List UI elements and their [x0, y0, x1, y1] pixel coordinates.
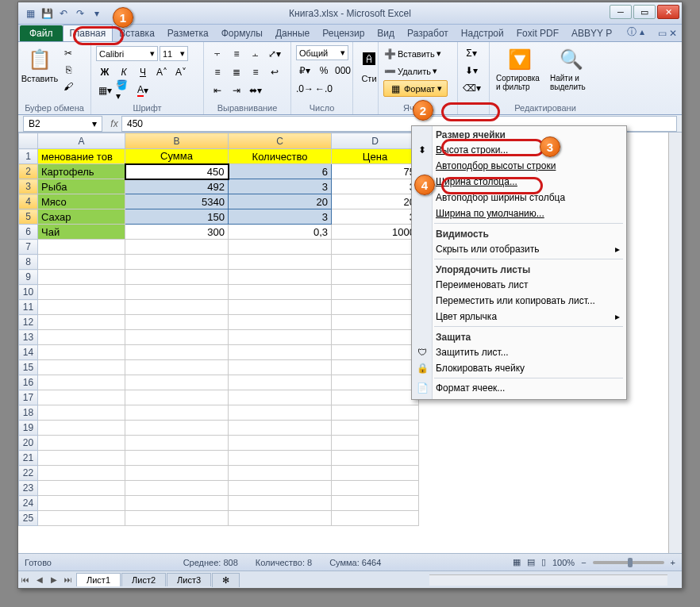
cell[interactable] [125, 330, 229, 345]
col-header-d[interactable]: D [332, 133, 419, 149]
cell[interactable] [229, 496, 332, 511]
cell[interactable] [125, 496, 229, 511]
cell[interactable]: 0,3 [229, 225, 332, 240]
autosum-icon[interactable]: Σ▾ [463, 45, 480, 61]
col-header-a[interactable]: A [38, 133, 125, 149]
font-size-combo[interactable]: 11▾ [160, 46, 188, 61]
cell[interactable]: Сумма [125, 149, 229, 164]
cell[interactable] [38, 285, 125, 300]
cell[interactable] [332, 300, 419, 315]
cell[interactable] [125, 421, 229, 436]
tab-developer[interactable]: Разработ [401, 25, 455, 41]
cell[interactable] [38, 360, 125, 375]
cell[interactable] [229, 255, 332, 270]
row-header[interactable]: 21 [19, 451, 38, 466]
cell[interactable]: Картофель [38, 164, 125, 179]
horizontal-scrollbar[interactable] [429, 574, 667, 586]
orientation-icon[interactable]: ⤢▾ [266, 46, 283, 62]
cell[interactable] [38, 315, 125, 330]
tab-file[interactable]: Файл [20, 25, 63, 41]
currency-icon[interactable]: ₽▾ [296, 63, 313, 79]
font-name-combo[interactable]: Calibri▾ [96, 46, 158, 61]
cell[interactable] [229, 270, 332, 285]
cell[interactable] [332, 451, 419, 466]
cell[interactable] [38, 421, 125, 436]
clear-icon[interactable]: ⌫▾ [463, 80, 480, 96]
cell[interactable] [229, 481, 332, 496]
cell[interactable] [229, 240, 332, 255]
sheet-tab[interactable]: Лист2 [121, 573, 166, 586]
cell[interactable] [229, 330, 332, 345]
cell[interactable] [229, 451, 332, 466]
menu-autofit-row[interactable]: Автоподбор высоты строки [412, 158, 626, 174]
cell[interactable] [229, 466, 332, 481]
col-header-b[interactable]: B [125, 133, 229, 149]
paste-button[interactable]: 📋 Вставить [23, 45, 56, 85]
cell[interactable] [229, 511, 332, 526]
sheet-nav[interactable]: ⏮◀▶⏭ [18, 575, 75, 584]
row-header[interactable]: 19 [19, 421, 38, 436]
indent-dec-icon[interactable]: ⇤ [209, 83, 226, 98]
cell[interactable] [125, 436, 229, 451]
zoom-in-button[interactable]: + [671, 558, 675, 567]
row-header[interactable]: 6 [19, 225, 38, 240]
cell[interactable] [332, 421, 419, 436]
cell[interactable]: 20 [229, 194, 332, 209]
cell[interactable] [229, 436, 332, 451]
row-header[interactable]: 24 [19, 496, 38, 511]
grow-font-icon[interactable]: A˄ [153, 64, 171, 80]
cell[interactable] [38, 330, 125, 345]
styles-button[interactable]: 🅰 Сти [358, 45, 380, 85]
select-all-corner[interactable] [19, 133, 38, 149]
cell[interactable] [229, 421, 332, 436]
cell[interactable] [125, 511, 229, 526]
cell[interactable]: Чай [38, 225, 125, 240]
sheet-tab[interactable]: Лист1 [76, 573, 121, 586]
ribbon-min-icon[interactable]: ▭ ✕ [653, 25, 682, 41]
row-header[interactable]: 25 [19, 511, 38, 526]
view-normal-icon[interactable]: ▦ [513, 557, 521, 567]
tab-abbyy[interactable]: ABBYY P [565, 25, 618, 41]
menu-hide-unhide[interactable]: Скрыть или отобразить▸ [412, 241, 626, 257]
cell[interactable] [332, 330, 419, 345]
cell[interactable] [332, 375, 419, 390]
row-header[interactable]: 7 [19, 240, 38, 255]
tab-layout[interactable]: Разметка [161, 25, 215, 41]
cell[interactable]: 20 [332, 194, 419, 209]
format-button[interactable]: ▦Формат ▾ [383, 80, 448, 97]
indent-inc-icon[interactable]: ⇥ [228, 83, 245, 98]
row-header[interactable]: 5 [19, 209, 38, 225]
cell[interactable] [332, 255, 419, 270]
cell[interactable] [38, 436, 125, 451]
cell[interactable]: Количество [229, 149, 332, 164]
align-left-icon[interactable]: ≡ [209, 64, 226, 80]
menu-move-copy-sheet[interactable]: Переместить или копировать лист... [412, 293, 626, 309]
cell[interactable] [125, 255, 229, 270]
cell[interactable] [332, 240, 419, 255]
redo-icon[interactable]: ↷ [73, 6, 87, 21]
cell[interactable] [229, 345, 332, 360]
cell[interactable] [229, 315, 332, 330]
cell[interactable]: 6 [229, 164, 332, 179]
cell[interactable] [332, 345, 419, 360]
row-header[interactable]: 3 [19, 179, 38, 194]
cell[interactable] [229, 285, 332, 300]
merge-icon[interactable]: ⬌▾ [247, 83, 264, 98]
maximize-button[interactable]: ▭ [633, 5, 656, 19]
align-top-icon[interactable]: ⫟ [209, 46, 226, 62]
cell[interactable] [125, 466, 229, 481]
cell[interactable] [38, 255, 125, 270]
row-header[interactable]: 14 [19, 345, 38, 360]
row-header[interactable]: 12 [19, 315, 38, 330]
cell[interactable] [332, 270, 419, 285]
cell[interactable] [38, 451, 125, 466]
zoom-slider[interactable] [593, 561, 664, 564]
tab-review[interactable]: Рецензир [316, 25, 371, 41]
cell[interactable] [125, 375, 229, 390]
cell[interactable]: 1000 [332, 225, 419, 240]
row-header[interactable]: 13 [19, 330, 38, 345]
tab-view[interactable]: Вид [371, 25, 401, 41]
cell[interactable]: 75 [332, 164, 419, 179]
tab-foxit[interactable]: Foxit PDF [510, 25, 565, 41]
font-color-icon[interactable]: A▾ [134, 83, 152, 98]
